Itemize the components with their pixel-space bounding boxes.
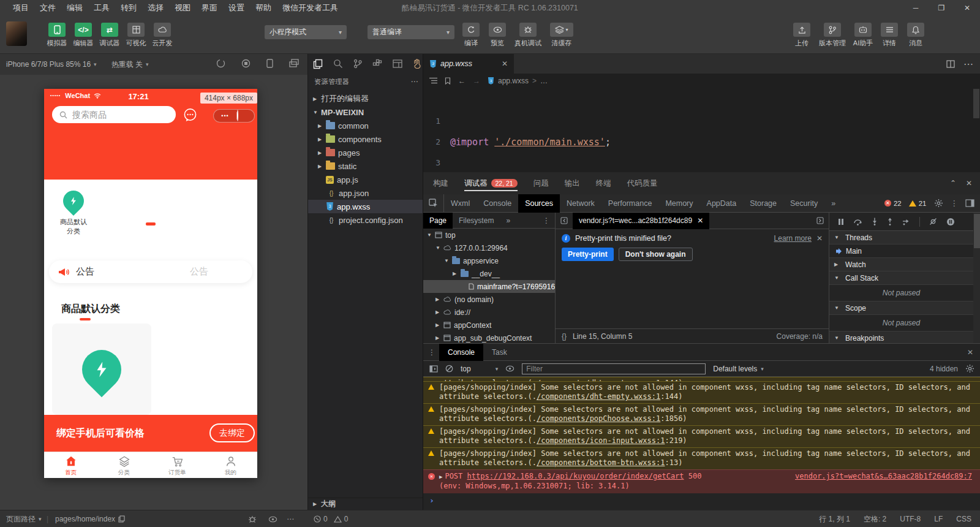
source-link[interactable]: /components/icon-input.wxss:1 [537, 436, 665, 445]
device-debug-button[interactable]: 真机调试 [513, 23, 543, 48]
pause-on-exceptions-icon[interactable] [946, 218, 955, 226]
console-filter-input[interactable] [522, 363, 706, 374]
bind-button[interactable]: 去绑定 [209, 423, 255, 442]
bookmark-icon[interactable] [445, 77, 451, 85]
tree-appcontext[interactable]: ▶ appContext [423, 319, 555, 332]
tree-folder-components[interactable]: ▶ components [308, 132, 423, 146]
menu-help[interactable]: 帮助 [250, 2, 277, 13]
console-tab[interactable]: Console [439, 344, 483, 361]
close-banner-icon[interactable]: ✕ [816, 234, 823, 243]
console-warning[interactable]: [pages/shopping/index] Some selectors ar… [423, 381, 980, 403]
more-actions-icon[interactable]: ⋯ [963, 58, 973, 70]
warning-count[interactable]: 21 [909, 200, 927, 207]
clear-console-icon[interactable] [445, 365, 453, 373]
devtools-tab-appdata[interactable]: AppData [700, 194, 744, 213]
kebab-menu-icon[interactable]: ⋮ [543, 216, 555, 225]
dont-show-again-button[interactable]: Don't show again [619, 248, 693, 261]
tab-category[interactable]: 分类 [97, 452, 151, 478]
pause-icon[interactable] [838, 218, 844, 226]
console-sidebar-icon[interactable] [429, 365, 438, 373]
watch-section[interactable]: ▶ Watch [829, 258, 973, 271]
devtools-tab-wxml[interactable]: Wxml [444, 194, 477, 213]
menu-file[interactable]: 文件 [34, 2, 61, 13]
editor-tab-app-wxss[interactable]: 3 app.wxss ✕ [423, 54, 514, 74]
preview-button[interactable]: 预览 [487, 23, 508, 48]
deactivate-breakpoints-icon[interactable] [929, 218, 937, 226]
close-panel-icon[interactable]: ✕ [966, 179, 972, 188]
page-path-selector[interactable]: 页面路径 ▾ [6, 510, 42, 527]
language-indicator[interactable]: CSS [956, 515, 971, 523]
debugger-button[interactable]: ⇄ 调试器 [99, 23, 120, 48]
next-tab-icon[interactable] [816, 217, 824, 224]
minimize-icon[interactable]: ─ [903, 0, 929, 16]
menu-view[interactable]: 视图 [169, 2, 196, 13]
tree-file-app-json[interactable]: {} app.json [308, 186, 423, 200]
layout-icon[interactable] [393, 59, 402, 68]
visualization-button[interactable]: 可视化 [126, 23, 146, 48]
upload-button[interactable]: 上传 [791, 23, 812, 48]
panel-tab-debugger[interactable]: 调试器 22, 21 [464, 172, 518, 194]
task-tab[interactable]: Task [483, 344, 516, 361]
tree-origin[interactable]: ▼ 127.0.0.1:29964 [423, 241, 555, 254]
files-icon[interactable] [313, 59, 323, 69]
back-icon[interactable]: ← [458, 77, 466, 85]
breakpoints-section[interactable]: ▼ Breakpoints [829, 332, 973, 343]
step-into-icon[interactable] [872, 218, 878, 226]
encoding-indicator[interactable]: UTF-8 [900, 515, 921, 523]
braces-icon[interactable]: {} [562, 332, 567, 341]
source-link[interactable]: /components/popChoose.wxss:1 [537, 414, 660, 423]
copy-icon[interactable] [118, 515, 125, 523]
step-out-icon[interactable] [887, 218, 893, 226]
source-link[interactable]: /components/dht-empty.wxss:1 [537, 392, 660, 401]
more-tabs-icon[interactable]: » [500, 213, 516, 229]
tree-appservice[interactable]: ▼ appservice [423, 254, 555, 267]
menu-tools[interactable]: 工具 [88, 2, 115, 13]
collapse-panel-icon[interactable]: ⌃ [950, 179, 956, 188]
devtools-tab-sources[interactable]: Sources [518, 194, 560, 213]
console-error[interactable]: ✕ ▶POST https://192.168.0.3/api/kuyou/or… [423, 469, 980, 493]
page-visibility-icon[interactable] [268, 510, 277, 527]
page-debug-icon[interactable] [248, 510, 257, 527]
breadcrumb-symbol[interactable]: … [540, 77, 548, 85]
breadcrumb-file[interactable]: 3 app.wxss > … [488, 77, 548, 85]
scope-section[interactable]: ▼ Scope [829, 301, 973, 315]
record-icon[interactable] [241, 59, 251, 68]
kebab-menu-icon[interactable]: ⋮ [951, 199, 959, 208]
tree-top[interactable]: ▼ top [423, 229, 555, 241]
devtools-tab-network[interactable]: Network [560, 194, 601, 213]
devtools-tab-storage[interactable]: Storage [743, 194, 783, 213]
chat-bubble-icon[interactable] [183, 107, 198, 123]
line-col-indicator[interactable]: 行 1, 列 1 [819, 514, 850, 525]
tree-no-domain[interactable]: ▶ (no domain) [423, 293, 555, 306]
sidebar-tab-filesystem[interactable]: Filesystem [453, 213, 500, 229]
console-settings-icon[interactable] [965, 364, 974, 373]
indent-indicator[interactable]: 空格: 2 [864, 514, 886, 525]
forward-icon[interactable]: → [473, 77, 480, 85]
console-warning-clipped[interactable]: attribute selectors.(./components/dht-em… [423, 377, 980, 381]
pretty-print-button[interactable]: Pretty-print [562, 248, 614, 261]
menu-select[interactable]: 选择 [142, 2, 169, 13]
devtools-tab-memory[interactable]: Memory [658, 194, 699, 213]
step-over-icon[interactable] [853, 218, 862, 226]
category-item[interactable]: 商品默认 分类 [49, 191, 98, 236]
maximize-icon[interactable]: ❐ [929, 0, 954, 16]
tree-folder-common[interactable]: ▶ common [308, 119, 423, 132]
tree-root[interactable]: ▼ MP-WEIXIN [308, 105, 423, 119]
device-frame-icon[interactable] [266, 59, 273, 68]
close-icon[interactable]: ✕ [954, 0, 980, 16]
menu-interface[interactable]: 界面 [196, 2, 223, 13]
code-editor[interactable]: 1 @import './common/main.wxss'; 2 3 [dat… [423, 88, 973, 172]
close-tab-icon[interactable]: ✕ [502, 59, 508, 68]
more-actions-icon[interactable]: ⋯ [411, 77, 419, 86]
menu-edit[interactable]: 编辑 [61, 2, 88, 13]
category-card[interactable] [52, 324, 151, 415]
menu-project[interactable]: 项目 [7, 2, 34, 13]
live-expression-eye-icon[interactable] [505, 365, 514, 372]
rotate-icon[interactable] [216, 59, 225, 68]
error-count[interactable]: ✕22 [884, 200, 902, 207]
current-page-path[interactable]: pages/home/index [55, 510, 125, 527]
tree-folder-static[interactable]: ▶ static [308, 159, 423, 173]
split-editor-icon[interactable] [946, 60, 955, 68]
menu-wechat-devtools[interactable]: 微信开发者工具 [277, 2, 344, 13]
learn-more-link[interactable]: Learn more [774, 234, 812, 243]
